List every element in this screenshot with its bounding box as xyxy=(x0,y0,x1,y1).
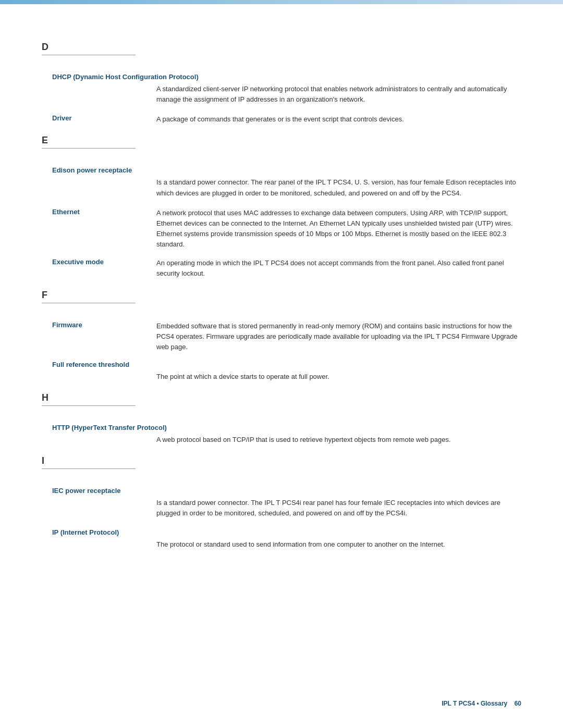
term-ip: IP (Internet Protocol) xyxy=(52,528,521,536)
term-full-reference: Full reference threshold xyxy=(52,361,521,368)
section-header-e: E xyxy=(42,135,521,157)
footer: IPL T PCS4 • Glossary 60 xyxy=(442,700,521,707)
term-label-ip: IP (Internet Protocol) xyxy=(52,528,119,536)
term-label-full-reference: Full reference threshold xyxy=(52,361,129,368)
section-letter-f: F xyxy=(42,290,521,301)
footer-page-number: 60 xyxy=(515,700,521,707)
section-header-d: D xyxy=(42,42,521,64)
section-divider-e xyxy=(42,148,136,149)
page-container: D DHCP (Dynamic Host Configuration Proto… xyxy=(0,0,563,728)
term-driver: Driver xyxy=(52,114,156,125)
entry-driver: Driver A package of commands that genera… xyxy=(52,114,521,125)
content-area: D DHCP (Dynamic Host Configuration Proto… xyxy=(42,42,521,550)
section-f: F Firmware Embedded software that is sto… xyxy=(42,290,521,382)
term-edison: Edison power receptacle xyxy=(52,166,521,174)
term-dhcp: DHCP (Dynamic Host Configuration Protoco… xyxy=(52,73,521,81)
entry-edison: Edison power receptacle Is a standard po… xyxy=(42,166,521,198)
def-ethernet: A network protocol that uses MAC address… xyxy=(156,208,521,250)
top-bar xyxy=(0,0,563,4)
def-dhcp: A standardized client-server IP networki… xyxy=(156,84,521,105)
entry-iec: IEC power receptacle Is a standard power… xyxy=(42,487,521,519)
section-divider-h xyxy=(42,405,136,406)
section-header-f: F xyxy=(42,290,521,312)
term-http: HTTP (HyperText Transfer Protocol) xyxy=(52,424,521,431)
section-letter-i: I xyxy=(42,455,521,466)
section-e: E Edison power receptacle Is a standard … xyxy=(42,135,521,279)
term-firmware: Firmware xyxy=(52,321,156,352)
def-http: A web protocol based on TCP/IP that is u… xyxy=(156,435,521,445)
term-label-iec: IEC power receptacle xyxy=(52,487,121,495)
section-h: H HTTP (HyperText Transfer Protocol) A w… xyxy=(42,392,521,445)
footer-text: IPL T PCS4 • Glossary 60 xyxy=(442,700,521,707)
section-letter-e: E xyxy=(42,135,521,146)
term-label-http: HTTP (HyperText Transfer Protocol) xyxy=(52,424,167,431)
entry-full-reference: Full reference threshold The point at wh… xyxy=(42,361,521,382)
def-iec: Is a standard power connector. The IPL T… xyxy=(156,498,521,519)
def-driver: A package of commands that generates or … xyxy=(156,114,521,125)
term-ethernet: Ethernet xyxy=(52,208,156,250)
def-executive: An operating mode in which the IPL T PCS… xyxy=(156,258,521,279)
term-label-dhcp: DHCP (Dynamic Host Configuration Protoco… xyxy=(52,73,199,81)
entry-ip: IP (Internet Protocol) The protocol or s… xyxy=(42,528,521,550)
entry-http: HTTP (HyperText Transfer Protocol) A web… xyxy=(42,424,521,445)
term-executive: Executive mode xyxy=(52,258,156,279)
entry-ethernet: Ethernet A network protocol that uses MA… xyxy=(52,208,521,250)
section-divider-f xyxy=(42,303,136,303)
term-iec: IEC power receptacle xyxy=(52,487,521,495)
section-letter-d: D xyxy=(42,42,521,53)
section-divider-d xyxy=(42,55,136,55)
section-header-h: H xyxy=(42,392,521,414)
section-header-i: I xyxy=(42,455,521,477)
def-firmware: Embedded software that is stored permane… xyxy=(156,321,521,352)
def-full-reference: The point at which a device starts to op… xyxy=(156,372,521,382)
term-label-edison: Edison power receptacle xyxy=(52,166,132,174)
entry-firmware: Firmware Embedded software that is store… xyxy=(52,321,521,352)
entry-executive: Executive mode An operating mode in whic… xyxy=(52,258,521,279)
def-ip: The protocol or standard used to send in… xyxy=(156,539,521,550)
section-d: D DHCP (Dynamic Host Configuration Proto… xyxy=(42,42,521,125)
section-i: I IEC power receptacle Is a standard pow… xyxy=(42,455,521,549)
footer-product: IPL T PCS4 • Glossary xyxy=(442,700,507,707)
def-edison: Is a standard power connector. The rear … xyxy=(156,177,521,198)
entry-dhcp: DHCP (Dynamic Host Configuration Protoco… xyxy=(42,73,521,105)
section-divider-i xyxy=(42,468,136,469)
section-letter-h: H xyxy=(42,392,521,403)
